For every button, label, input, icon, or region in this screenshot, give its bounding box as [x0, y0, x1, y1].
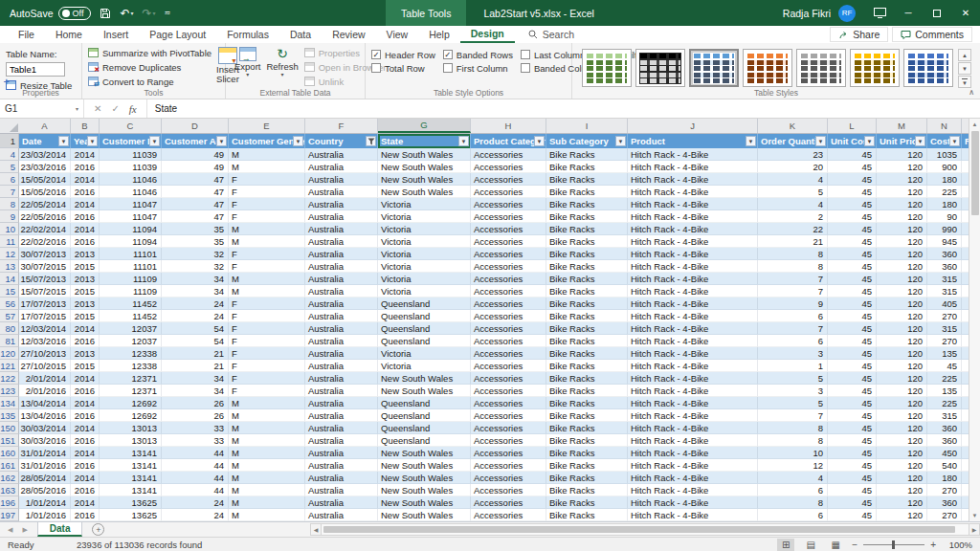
cell-A7[interactable]: 15/05/2016	[19, 186, 71, 198]
checkbox-first-column[interactable]: First Column	[443, 62, 513, 74]
row-header-123[interactable]: 123	[0, 385, 19, 397]
cell-D150[interactable]: 33	[162, 422, 229, 434]
cell-H80[interactable]: Accessories	[471, 322, 546, 335]
cell-K163[interactable]: 6	[758, 484, 828, 496]
cell-B56[interactable]: 2013	[71, 298, 100, 310]
cell-H122[interactable]: Accessories	[471, 372, 546, 385]
cell-C80[interactable]: 12037	[100, 322, 162, 335]
cell-N9[interactable]: 90	[927, 210, 962, 223]
cell-D57[interactable]: 24	[162, 310, 229, 322]
cell-G121[interactable]: Victoria	[378, 360, 471, 372]
row-header-8[interactable]: 8	[0, 198, 19, 210]
horizontal-scrollbar-thumb[interactable]	[323, 526, 955, 533]
cell-A197[interactable]: 1/01/2016	[19, 509, 71, 521]
cell-A150[interactable]: 30/03/2014	[19, 422, 71, 434]
cell-N8[interactable]: 180	[927, 198, 962, 210]
cell-K10[interactable]: 22	[758, 223, 828, 235]
cell-E162[interactable]: M	[229, 472, 305, 484]
cell-G4[interactable]: New South Wales	[378, 148, 471, 161]
zoom-in-button[interactable]: +	[930, 540, 936, 550]
filter-dropdown-icon[interactable]: ▼	[615, 136, 626, 146]
cell-M8[interactable]: 120	[877, 198, 927, 210]
cell-A135[interactable]: 13/04/2016	[19, 409, 71, 422]
cell-J4[interactable]: Hitch Rack - 4-Bike	[628, 148, 758, 161]
cell-J8[interactable]: Hitch Rack - 4-Bike	[628, 198, 758, 210]
cell-J196[interactable]: Hitch Rack - 4-Bike	[628, 496, 758, 509]
cell-H135[interactable]: Accessories	[471, 409, 546, 422]
cell-M5[interactable]: 120	[877, 161, 927, 173]
cell-J15[interactable]: Hitch Rack - 4-Bike	[628, 285, 758, 298]
cell-D56[interactable]: 24	[162, 298, 229, 310]
row-header-80[interactable]: 80	[0, 322, 19, 335]
cell-B135[interactable]: 2016	[71, 409, 100, 422]
header-cell-unit-price[interactable]: Unit Price▼	[877, 134, 927, 148]
header-cell-order-quantity[interactable]: Order Quantity▼	[758, 134, 828, 148]
cell-M135[interactable]: 120	[877, 409, 927, 422]
header-cell-product[interactable]: Product▼	[628, 134, 758, 148]
cell-C160[interactable]: 13141	[100, 447, 162, 459]
cell-B11[interactable]: 2016	[71, 235, 100, 248]
cell-K151[interactable]: 8	[758, 434, 828, 447]
cell-A13[interactable]: 30/07/2015	[19, 260, 71, 273]
cell-G15[interactable]: Victoria	[378, 285, 471, 298]
cell-G8[interactable]: Victoria	[378, 198, 471, 210]
cell-E9[interactable]: F	[229, 210, 305, 223]
horizontal-scrollbar[interactable]: ◀ ▶	[310, 523, 980, 536]
cell-K120[interactable]: 3	[758, 347, 828, 360]
undo-button[interactable]: ↶▾	[120, 8, 133, 19]
cell-D161[interactable]: 44	[162, 459, 229, 472]
cell-F122[interactable]: Australia	[305, 372, 378, 385]
header-cell-cost[interactable]: Cost▼	[927, 134, 962, 148]
cell-A160[interactable]: 31/01/2014	[19, 447, 71, 459]
cell-K197[interactable]: 6	[758, 509, 828, 521]
cell-C161[interactable]: 13141	[100, 459, 162, 472]
cell-A6[interactable]: 15/05/2014	[19, 173, 71, 186]
header-cell-customer-gender[interactable]: Customer Gender▼	[229, 134, 305, 148]
cell-G5[interactable]: New South Wales	[378, 161, 471, 173]
cell-A5[interactable]: 23/03/2016	[19, 161, 71, 173]
header-cell-customer-id[interactable]: Customer ID▼	[100, 134, 162, 148]
filter-dropdown-icon[interactable]: ▼	[746, 136, 756, 146]
redo-button[interactable]: ↷▾	[142, 8, 155, 19]
cell-D8[interactable]: 47	[162, 198, 229, 210]
cell-B196[interactable]: 2014	[71, 496, 100, 509]
maximize-button[interactable]	[923, 0, 951, 26]
customize-qat-button[interactable]: ≂	[165, 10, 171, 17]
cell-D11[interactable]: 35	[162, 235, 229, 248]
cell-E5[interactable]: M	[229, 161, 305, 173]
sheet-nav-left-icon[interactable]: ◀	[8, 526, 12, 534]
checkbox-banded-rows[interactable]: ✓Banded Rows	[443, 49, 513, 60]
sheet-nav-right-icon[interactable]: ▶	[22, 526, 27, 534]
cell-C162[interactable]: 13141	[100, 472, 162, 484]
cell-G11[interactable]: Victoria	[378, 235, 471, 248]
cell-H12[interactable]: Accessories	[471, 248, 546, 260]
cell-N162[interactable]: 180	[927, 472, 962, 484]
cell-L7[interactable]: 45	[828, 186, 877, 198]
cell-G161[interactable]: New South Wales	[378, 459, 471, 472]
cell-G135[interactable]: Queensland	[378, 409, 471, 422]
cell-H120[interactable]: Accessories	[471, 347, 546, 360]
cell-N121[interactable]: 45	[927, 360, 962, 372]
cell-N135[interactable]: 315	[927, 409, 962, 422]
cell-H15[interactable]: Accessories	[471, 285, 546, 298]
cell-I123[interactable]: Bike Racks	[546, 385, 628, 397]
cell-G7[interactable]: New South Wales	[378, 186, 471, 198]
cell-E121[interactable]: F	[229, 360, 305, 372]
vertical-scrollbar-thumb[interactable]	[971, 131, 979, 215]
cell-I196[interactable]: Bike Racks	[546, 496, 628, 509]
enter-formula-icon[interactable]: ✓	[111, 103, 119, 114]
cell-J150[interactable]: Hitch Rack - 4-Bike	[628, 422, 758, 434]
cell-L80[interactable]: 45	[828, 322, 877, 335]
cell-C15[interactable]: 11109	[100, 285, 162, 298]
cell-E11[interactable]: M	[229, 235, 305, 248]
tab-data[interactable]: Data	[279, 26, 322, 43]
row-header-57[interactable]: 57	[0, 310, 19, 322]
cell-D120[interactable]: 21	[162, 347, 229, 360]
cell-G196[interactable]: New South Wales	[378, 496, 471, 509]
filter-dropdown-icon[interactable]: ▼	[216, 136, 227, 146]
filter-dropdown-icon[interactable]: ▼	[58, 136, 69, 146]
tab-home[interactable]: Home	[45, 26, 93, 43]
cell-L9[interactable]: 45	[828, 210, 877, 223]
cell-D80[interactable]: 54	[162, 322, 229, 335]
cell-D135[interactable]: 26	[162, 409, 229, 422]
